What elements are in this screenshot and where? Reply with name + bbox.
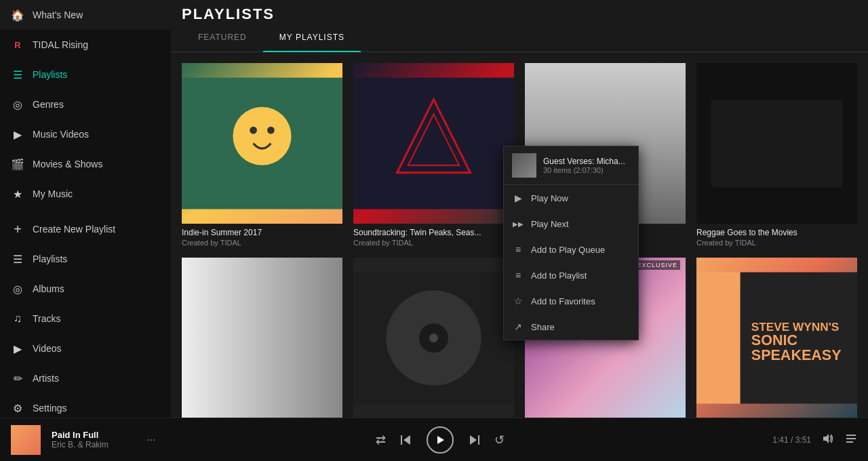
playlist-cover-5 (182, 258, 342, 418)
playlist-card-1[interactable]: Indie-in Summer 2017 Created by TIDAL (176, 58, 348, 252)
time-total: 3:51 (795, 435, 811, 445)
sidebar-item-genres[interactable]: ◎ Genres (0, 89, 171, 119)
queue-button[interactable] (845, 433, 857, 447)
add-to-favorites-icon: ☆ (512, 295, 524, 307)
sidebar-item-albums[interactable]: ◎ Albums (0, 274, 171, 304)
playlist-card-2[interactable]: Soundtracking: Twin Peaks, Seas... Creat… (348, 58, 519, 252)
next-button[interactable] (467, 433, 481, 447)
sidebar: 🏠 What's New R TIDAL Rising ☰ Playlists … (0, 0, 171, 418)
playlist-card-5[interactable]: Unknown Legend: Neil Young Dee... Create… (176, 252, 348, 418)
playlist-card-4[interactable]: Reggae Goes to the Movies Created by TID… (691, 58, 863, 252)
sidebar-label-movies-shows: Movies & Shows (33, 159, 102, 169)
sidebar-item-tracks[interactable]: ♫ Tracks (0, 304, 171, 334)
sidebar-item-artists[interactable]: ✏ Artists (0, 363, 171, 393)
share-label: Share (531, 322, 555, 332)
context-menu-header: Guest Verses: Micha... 30 items (2:07:30… (504, 146, 638, 185)
playlist-card-8[interactable]: STEVE WYNN'S SONIC SPEAKEASY Steve Wynn'… (691, 252, 863, 418)
artists-icon: ✏ (11, 372, 24, 385)
albums-icon: ◎ (11, 282, 24, 296)
sidebar-label-videos: Videos (33, 343, 62, 354)
sidebar-label-playlists: Playlists (33, 69, 67, 80)
my-music-icon: ★ (11, 187, 24, 201)
sidebar-item-videos[interactable]: ▶ Videos (0, 334, 171, 363)
context-menu-add-to-queue[interactable]: ≡ Add to Play Queue (504, 237, 638, 262)
play-now-label: Play Now (531, 193, 568, 203)
player-track-artist: Eric B. & Rakim (52, 440, 133, 449)
sidebar-item-whats-new[interactable]: 🏠 What's New (0, 0, 171, 30)
context-menu-add-to-favorites[interactable]: ☆ Add to Favorites (504, 288, 638, 314)
context-menu-title: Guest Verses: Micha... (543, 157, 630, 166)
context-menu-panel: Guest Verses: Micha... 30 items (2:07:30… (503, 146, 639, 340)
time-separator: / (791, 435, 795, 445)
sidebar-label-tracks: Tracks (33, 313, 60, 324)
playlist-cover-8: STEVE WYNN'S SONIC SPEAKEASY (696, 258, 857, 418)
page-title: PLAYLISTS (171, 0, 868, 23)
playlist-cover-4 (696, 63, 857, 224)
tabs-bar: FEATURED MY PLAYLISTS (171, 23, 868, 52)
context-menu-add-to-playlist[interactable]: ≡ Add to Playlist (504, 262, 638, 288)
play-now-icon: ▶ (512, 192, 524, 204)
svg-marker-31 (470, 435, 477, 445)
svg-rect-34 (846, 438, 856, 439)
player-album-art (11, 425, 41, 455)
sidebar-item-tidal-rising[interactable]: R TIDAL Rising (0, 30, 171, 60)
context-menu-play-now[interactable]: ▶ Play Now (504, 185, 638, 211)
player-track-name: Paid In Full (52, 430, 133, 440)
prev-button[interactable] (399, 433, 413, 447)
sidebar-label-playlists-2: Playlists (33, 254, 67, 264)
playlist-card-6[interactable]: Jamaica in the Bronx: Wackie's Created b… (348, 252, 519, 418)
sidebar-item-music-videos[interactable]: ▶ Music Videos (0, 119, 171, 149)
tidal-rising-icon: R (11, 38, 24, 52)
tracks-icon: ♫ (11, 312, 24, 325)
context-menu-play-next[interactable]: ▶▶ Play Next (504, 211, 638, 237)
repeat-button[interactable]: ↺ (494, 433, 505, 447)
sidebar-item-my-music[interactable]: ★ My Music (0, 179, 171, 209)
sidebar-item-movies-shows[interactable]: 🎬 Movies & Shows (0, 149, 171, 179)
add-to-queue-label: Add to Play Queue (531, 245, 605, 255)
playlist-title-4: Reggae Goes to the Movies (696, 228, 857, 237)
sidebar-label-tidal-rising: TIDAL Rising (33, 39, 88, 50)
add-to-playlist-label: Add to Playlist (531, 270, 587, 281)
context-menu-share[interactable]: ↗ Share (504, 314, 638, 340)
shuffle-button[interactable]: ⇄ (376, 433, 386, 447)
svg-rect-30 (478, 435, 479, 445)
svg-marker-29 (437, 436, 444, 444)
svg-marker-28 (403, 435, 410, 445)
sidebar-label-whats-new: What's New (33, 9, 83, 20)
add-to-queue-icon: ≡ (512, 243, 524, 256)
home-icon: 🏠 (11, 8, 24, 22)
play-next-label: Play Next (531, 219, 569, 229)
sidebar-label-albums: Albums (33, 283, 64, 294)
sidebar-label-create-playlist: Create New Playlist (33, 224, 115, 235)
playlist-cover-1 (182, 63, 342, 224)
videos-icon: ▶ (11, 342, 24, 355)
music-videos-icon: ▶ (11, 127, 24, 141)
sidebar-item-playlists[interactable]: ☰ Playlists (0, 60, 171, 89)
settings-icon: ⚙ (11, 401, 24, 415)
play-next-icon: ▶▶ (512, 218, 524, 230)
app-container: 🏠 What's New R TIDAL Rising ☰ Playlists … (0, 0, 868, 418)
playlist-title-1: Indie-in Summer 2017 (182, 228, 342, 237)
context-menu-meta: 30 items (2:07:30) (543, 166, 630, 174)
time-display: 1:41 / 3:51 (772, 435, 811, 445)
playlist-creator-4: Created by TIDAL (696, 239, 857, 247)
sidebar-item-playlists-2[interactable]: ☰ Playlists (0, 244, 171, 274)
volume-button[interactable] (822, 433, 834, 447)
playlist-cover-6 (353, 258, 514, 418)
sidebar-item-create-playlist[interactable]: + Create New Playlist (0, 214, 171, 244)
sidebar-label-genres: Genres (33, 99, 64, 110)
create-playlist-icon: + (11, 222, 24, 236)
sidebar-label-artists: Artists (33, 373, 59, 384)
svg-marker-32 (823, 434, 829, 443)
playlists-2-icon: ☰ (11, 252, 24, 266)
svg-rect-27 (401, 435, 402, 445)
add-to-playlist-icon: ≡ (512, 269, 524, 281)
playlists-icon: ☰ (11, 68, 24, 81)
tab-featured[interactable]: FEATURED (182, 23, 263, 52)
sidebar-label-settings: Settings (33, 403, 67, 414)
tab-my-playlists[interactable]: MY PLAYLISTS (263, 23, 361, 52)
sidebar-item-settings[interactable]: ⚙ Settings (0, 393, 171, 418)
play-pause-button[interactable] (427, 426, 454, 454)
player-more-button[interactable]: ··· (144, 431, 158, 449)
player-right-controls: 1:41 / 3:51 (722, 433, 857, 447)
